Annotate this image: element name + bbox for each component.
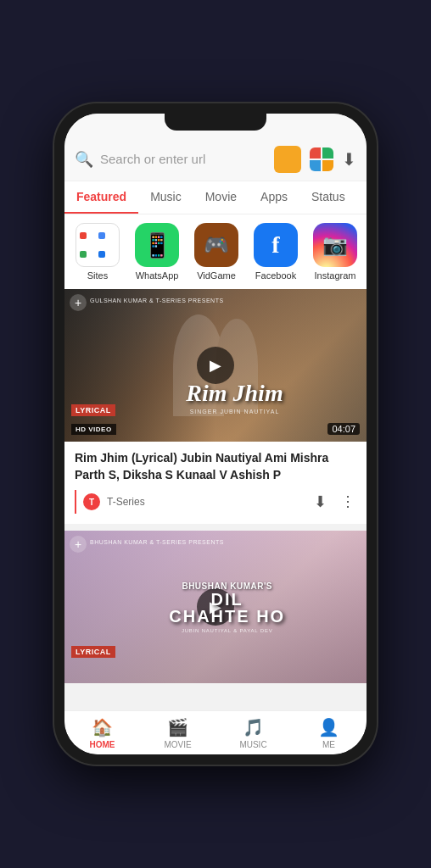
download-icon[interactable]: ⬇: [314, 492, 327, 511]
channel-divider: [75, 490, 76, 514]
search-input[interactable]: Search or enter url: [100, 152, 267, 166]
phone-screen: 🔍 Search or enter url: [64, 114, 367, 754]
search-icons-right: ⬇: [274, 146, 356, 173]
app-vidgame[interactable]: 🎮 VidGame: [190, 223, 243, 281]
app-shortcut-icon[interactable]: [274, 146, 301, 173]
nav-home[interactable]: 🏠 HOME: [64, 711, 140, 754]
channel-logo-t: T: [89, 498, 94, 507]
status-bar: [64, 114, 367, 137]
music-icon: 🎵: [243, 717, 264, 737]
sites-icon: [76, 223, 120, 267]
facebook-icon: f: [254, 223, 298, 267]
search-icon: 🔍: [75, 150, 93, 169]
app-vidgame-label: VidGame: [197, 270, 236, 281]
play-button-rim-jhim[interactable]: ▶: [197, 347, 234, 384]
rim-jhim-script-title: Rim Jhim: [111, 380, 358, 407]
dil-presenter-text: Bhushan Kumar & T-Series Presents: [90, 539, 224, 545]
app-whatsapp-label: WhatsApp: [136, 270, 179, 281]
tab-music[interactable]: Music: [138, 181, 193, 214]
app-facebook-label: Facebook: [255, 270, 296, 281]
lyrical-badge-dil: LYRICAL: [71, 646, 115, 658]
nav-movie[interactable]: 🎬 MOVIE: [140, 711, 216, 754]
notch: [165, 114, 266, 131]
search-bar[interactable]: 🔍 Search or enter url: [64, 137, 367, 181]
channel-name: T-Series: [107, 496, 145, 508]
nav-home-label: HOME: [90, 740, 115, 749]
instagram-icon: 📷: [313, 223, 357, 267]
rubik-icon[interactable]: [310, 147, 333, 171]
dil-chahte-title: BHUSHAN KUMAR'S DILCHAHTE HO Jubin Nauti…: [169, 581, 285, 633]
home-icon: 🏠: [92, 717, 113, 737]
channel-logo: T: [83, 493, 100, 510]
singer-text: Singer Jubin Nautiyal: [111, 409, 358, 415]
tabs-bar: Featured Music Movie Apps Status Image: [64, 181, 367, 214]
video-info-rim-jhim: Rim Jhim (Lyrical) Jubin Nautiyal Ami Mi…: [64, 442, 367, 524]
bottom-nav: 🏠 HOME 🎬 MOVIE 🎵 MUSIC 👤 ME: [64, 710, 367, 754]
app-whatsapp[interactable]: 📱 WhatsApp: [131, 223, 183, 281]
plus-icon-dil: +: [70, 536, 87, 553]
dil-singers-text: Jubin Nautiyal & Payal Dev: [169, 628, 285, 633]
apps-row: Sites 📱 WhatsApp 🎮 VidGame f Facebook: [64, 214, 367, 289]
video-duration-rim-jhim: 04:07: [327, 423, 360, 435]
tab-movie[interactable]: Movie: [193, 181, 249, 214]
video-title-rim-jhim: Rim Jhim (Lyrical) Jubin Nautiyal Ami Mi…: [75, 450, 356, 483]
nav-me[interactable]: 👤 ME: [291, 711, 367, 754]
phone-frame: 🔍 Search or enter url: [54, 103, 377, 765]
app-sites-label: Sites: [87, 270, 108, 281]
phone-wrapper: 🔍 Search or enter url: [0, 0, 431, 868]
tab-apps[interactable]: Apps: [249, 181, 299, 214]
lyrical-badge: LYRICAL: [71, 404, 115, 416]
video-card-rim-jhim: + Gulshan Kumar & T-Series Presents Rim …: [64, 289, 367, 524]
app-sites[interactable]: Sites: [71, 223, 124, 281]
whatsapp-icon: 📱: [135, 223, 179, 267]
movie-icon: 🎬: [167, 717, 188, 737]
tab-image[interactable]: Image: [357, 181, 367, 214]
video-card-dil-chahte-ho: + Bhushan Kumar & T-Series Presents LYRI…: [64, 531, 367, 683]
video-meta-rim-jhim: T T-Series ⬇ ⋯: [75, 490, 356, 519]
nav-music[interactable]: 🎵 MUSIC: [216, 711, 291, 754]
rim-jhim-thumbnail[interactable]: + Gulshan Kumar & T-Series Presents Rim …: [64, 289, 367, 442]
hd-badge: HD VIDEO: [71, 424, 116, 435]
rim-jhim-title-overlay: Rim Jhim Singer Jubin Nautiyal: [111, 380, 358, 415]
tab-status[interactable]: Status: [299, 181, 357, 214]
video-actions: ⬇ ⋯: [314, 492, 356, 511]
channel-info: T T-Series: [75, 490, 145, 514]
global-download-icon[interactable]: ⬇: [342, 149, 356, 170]
more-options-icon[interactable]: ⋯: [339, 494, 358, 510]
content-area: + Gulshan Kumar & T-Series Presents Rim …: [64, 289, 367, 718]
nav-movie-label: MOVIE: [164, 740, 191, 749]
nav-me-label: ME: [322, 740, 335, 749]
nav-music-label: MUSIC: [239, 740, 266, 749]
dil-chahte-thumbnail[interactable]: + Bhushan Kumar & T-Series Presents LYRI…: [64, 531, 367, 683]
vidgame-icon: 🎮: [194, 223, 238, 267]
tab-featured[interactable]: Featured: [64, 181, 138, 214]
app-instagram[interactable]: 📷 Instagram: [309, 223, 361, 281]
app-instagram-label: Instagram: [315, 270, 356, 281]
me-icon: 👤: [318, 717, 339, 737]
app-facebook[interactable]: f Facebook: [249, 223, 302, 281]
